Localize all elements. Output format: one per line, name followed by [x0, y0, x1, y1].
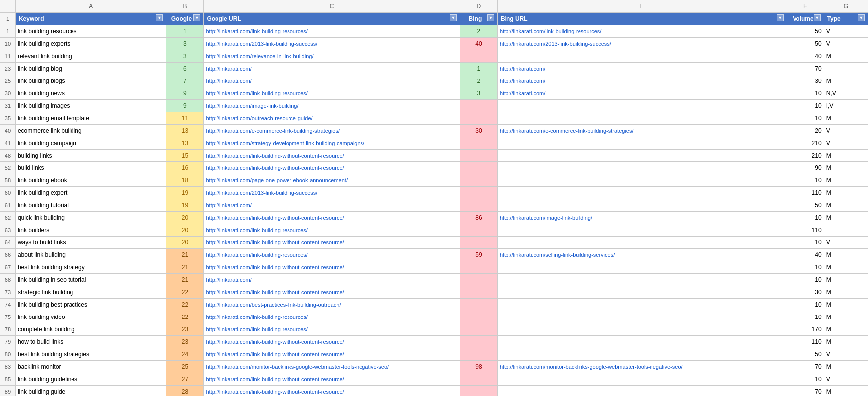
google-url-cell[interactable]: http://linkarati.com/link-building-resou… — [204, 87, 460, 100]
google-url-cell[interactable]: http://linkarati.com/relevance-in-link-b… — [204, 50, 460, 63]
keyword-cell[interactable]: relevant link building — [15, 50, 166, 63]
bing-url-cell[interactable] — [497, 311, 787, 323]
bing-url-cell[interactable]: http://linkarati.com/e-commerce-link-bui… — [497, 125, 787, 137]
col-header-volume[interactable]: Volume ▼ — [787, 13, 824, 25]
col-header-burl[interactable]: Bing URL ▼ — [497, 13, 787, 25]
col-letter-e[interactable]: E — [497, 0, 787, 13]
keyword-cell[interactable]: ways to build links — [15, 237, 166, 249]
google-url-cell[interactable]: http://linkarati.com/ — [204, 75, 460, 87]
keyword-cell[interactable]: link building email template — [15, 112, 166, 125]
col-header-bing[interactable]: Bing ▼ — [460, 13, 497, 25]
col-letter-c[interactable]: C — [204, 0, 460, 13]
col-header-gurl[interactable]: Google URL ▼ — [204, 13, 460, 25]
bing-url-cell[interactable] — [497, 348, 787, 361]
google-url-cell[interactable]: http://linkarati.com/link-building-witho… — [204, 373, 460, 386]
google-url-cell[interactable]: http://linkarati.com/outreach-resource-g… — [204, 112, 460, 125]
bing-url-cell[interactable] — [497, 187, 787, 199]
bing-url-cell[interactable] — [497, 299, 787, 311]
google-url-cell[interactable]: http://linkarati.com/link-building-witho… — [204, 348, 460, 361]
keyword-cell[interactable]: link building expert — [15, 187, 166, 199]
bing-url-cell[interactable]: http://linkarati.com/monitor-backlinks-g… — [497, 361, 787, 373]
google-url-cell[interactable]: http://linkarati.com/link-building-witho… — [204, 162, 460, 174]
volume-filter-btn[interactable]: ▼ — [814, 14, 821, 21]
col-letter-a[interactable]: A — [15, 0, 166, 13]
keyword-filter-btn[interactable]: ▼ — [156, 14, 163, 21]
keyword-cell[interactable]: building links — [15, 150, 166, 162]
col-header-google[interactable]: Google ▼ — [166, 13, 204, 25]
google-url-cell[interactable]: http://linkarati.com/link-building-witho… — [204, 150, 460, 162]
bing-url-cell[interactable] — [497, 162, 787, 174]
bing-url-cell[interactable]: http://linkarati.com/ — [497, 75, 787, 87]
google-url-cell[interactable]: http://linkarati.com/link-building-witho… — [204, 336, 460, 348]
bing-url-cell[interactable] — [497, 174, 787, 187]
keyword-cell[interactable]: link builders — [15, 224, 166, 237]
col-letter-d[interactable]: D — [460, 0, 497, 13]
google-url-cell[interactable]: http://linkarati.com/link-building-resou… — [204, 224, 460, 237]
col-header-keyword[interactable]: Keyword ▼ — [15, 13, 166, 25]
bing-url-cell[interactable] — [497, 137, 787, 150]
keyword-cell[interactable]: link building guide — [15, 386, 166, 396]
keyword-cell[interactable]: link building guidelines — [15, 373, 166, 386]
keyword-cell[interactable]: link building video — [15, 311, 166, 323]
bing-url-cell[interactable]: http://linkarati.com/image-link-building… — [497, 212, 787, 224]
google-url-cell[interactable]: http://linkarati.com/link-building-witho… — [204, 212, 460, 224]
keyword-cell[interactable]: how to build links — [15, 336, 166, 348]
bing-url-cell[interactable]: http://linkarati.com/ — [497, 87, 787, 100]
keyword-cell[interactable]: strategic link building — [15, 286, 166, 299]
google-url-cell[interactable]: http://linkarati.com/link-building-resou… — [204, 249, 460, 261]
bing-url-cell[interactable]: http://linkarati.com/link-building-resou… — [497, 25, 787, 38]
col-letter-f[interactable]: F — [787, 0, 824, 13]
bing-url-cell[interactable] — [497, 100, 787, 112]
keyword-cell[interactable]: link building blogs — [15, 75, 166, 87]
keyword-cell[interactable]: backlink monitor — [15, 361, 166, 373]
keyword-cell[interactable]: about link building — [15, 249, 166, 261]
gurl-filter-btn[interactable]: ▼ — [450, 14, 457, 21]
google-url-cell[interactable]: http://linkarati.com/ — [204, 199, 460, 212]
keyword-cell[interactable]: link building news — [15, 87, 166, 100]
bing-filter-btn[interactable]: ▼ — [487, 14, 494, 21]
google-url-cell[interactable]: http://linkarati.com/link-building-witho… — [204, 386, 460, 396]
bing-url-cell[interactable] — [497, 50, 787, 63]
bing-url-cell[interactable] — [497, 286, 787, 299]
keyword-cell[interactable]: build links — [15, 162, 166, 174]
keyword-cell[interactable]: ecommerce link building — [15, 125, 166, 137]
bing-url-cell[interactable]: http://linkarati.com/selling-link-buildi… — [497, 249, 787, 261]
google-url-cell[interactable]: http://linkarati.com/link-building-witho… — [204, 237, 460, 249]
col-letter-b[interactable]: B — [166, 0, 204, 13]
col-letter-g[interactable]: G — [824, 0, 868, 13]
google-url-cell[interactable]: http://linkarati.com/link-building-resou… — [204, 323, 460, 336]
google-url-cell[interactable]: http://linkarati.com/e-commerce-link-bui… — [204, 125, 460, 137]
keyword-cell[interactable]: best link building strategies — [15, 348, 166, 361]
google-url-cell[interactable]: http://linkarati.com/strategy-developmen… — [204, 137, 460, 150]
keyword-cell[interactable]: link building resources — [15, 25, 166, 38]
keyword-cell[interactable]: link building experts — [15, 38, 166, 50]
keyword-cell[interactable]: link building blog — [15, 63, 166, 75]
bing-url-cell[interactable] — [497, 261, 787, 274]
bing-url-cell[interactable] — [497, 224, 787, 237]
google-url-cell[interactable]: http://linkarati.com/2013-link-building-… — [204, 187, 460, 199]
keyword-cell[interactable]: best link building strategy — [15, 261, 166, 274]
bing-url-cell[interactable] — [497, 274, 787, 286]
keyword-cell[interactable]: link building best practices — [15, 299, 166, 311]
keyword-cell[interactable]: link building ebook — [15, 174, 166, 187]
bing-url-cell[interactable] — [497, 112, 787, 125]
keyword-cell[interactable]: link building images — [15, 100, 166, 112]
col-header-type[interactable]: Type ▼ — [824, 13, 868, 25]
google-url-cell[interactable]: http://linkarati.com/link-building-witho… — [204, 286, 460, 299]
google-url-cell[interactable]: http://linkarati.com/image-link-building… — [204, 100, 460, 112]
bing-url-cell[interactable]: http://linkarati.com/ — [497, 63, 787, 75]
google-url-cell[interactable]: http://linkarati.com/monitor-backlinks-g… — [204, 361, 460, 373]
google-url-cell[interactable]: http://linkarati.com/link-building-resou… — [204, 25, 460, 38]
bing-url-cell[interactable] — [497, 237, 787, 249]
google-filter-btn[interactable]: ▼ — [193, 14, 200, 21]
bing-url-cell[interactable] — [497, 386, 787, 396]
bing-url-cell[interactable] — [497, 150, 787, 162]
keyword-cell[interactable]: link building campaign — [15, 137, 166, 150]
keyword-cell[interactable]: complete link building — [15, 323, 166, 336]
bing-url-cell[interactable]: http://linkarati.com/2013-link-building-… — [497, 38, 787, 50]
keyword-cell[interactable]: link building in seo tutorial — [15, 274, 166, 286]
burl-filter-btn[interactable]: ▼ — [777, 14, 784, 21]
google-url-cell[interactable]: http://linkarati.com/link-building-resou… — [204, 311, 460, 323]
google-url-cell[interactable]: http://linkarati.com/page-one-power-eboo… — [204, 174, 460, 187]
google-url-cell[interactable]: http://linkarati.com/best-practices-link… — [204, 299, 460, 311]
